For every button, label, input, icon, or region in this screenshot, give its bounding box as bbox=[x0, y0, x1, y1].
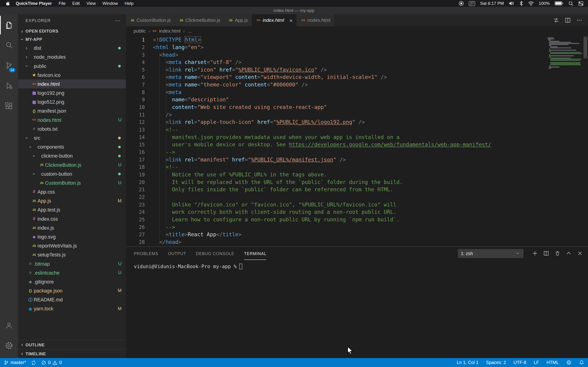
status-sync[interactable] bbox=[31, 360, 36, 365]
split-editor-icon[interactable] bbox=[565, 17, 571, 23]
status-git-branch[interactable]: master* bbox=[4, 360, 26, 365]
close-panel-icon[interactable] bbox=[577, 250, 583, 256]
menu-item-edit[interactable]: Edit bbox=[69, 0, 83, 7]
code-line-25[interactable]: 25 Learn how to configure a non-root pub… bbox=[126, 216, 588, 223]
code-line-28[interactable]: 28 </head> bbox=[126, 238, 588, 246]
folder-clickme-button[interactable]: ›clickme-button bbox=[18, 151, 126, 160]
file-.eslintcache[interactable]: ≡.eslintcacheU bbox=[18, 268, 126, 277]
file-package.json[interactable]: {}package.jsonM bbox=[18, 286, 126, 295]
menu-item-view[interactable]: View bbox=[83, 0, 99, 7]
device-battery-badge[interactable]: 27 bbox=[469, 1, 476, 6]
status-eol[interactable]: LF bbox=[534, 360, 539, 365]
file-logo192.png[interactable]: ▦logo192.png bbox=[18, 88, 126, 97]
status-encoding[interactable]: UTF-8 bbox=[514, 360, 527, 365]
menu-item-help[interactable]: Help bbox=[121, 0, 137, 7]
editor-scrollbar[interactable] bbox=[583, 37, 587, 58]
code-line-19[interactable]: 19 Notice the use of %PUBLIC_URL% in the… bbox=[126, 171, 588, 178]
file-.bitmap[interactable]: ≡.bitmapU bbox=[18, 259, 126, 268]
tab-ClickmeButton.js[interactable]: JSClickmeButton.js bbox=[175, 14, 225, 26]
menu-item-quicktime-player[interactable]: QuickTime Player bbox=[12, 0, 55, 7]
file-logo512.png[interactable]: ▦logo512.png bbox=[18, 97, 126, 106]
code-line-2[interactable]: 2<html lang="en"> bbox=[126, 43, 588, 51]
code-editor[interactable]: 1<!DOCTYPE html>2<html lang="en">3 <head… bbox=[126, 36, 588, 247]
file-App.css[interactable]: #App.css bbox=[18, 187, 126, 196]
panel-tab-problems[interactable]: PROBLEMS bbox=[134, 247, 158, 260]
breadcrumb-folder[interactable]: public bbox=[133, 28, 146, 34]
code-line-26[interactable]: 26 --> bbox=[126, 223, 588, 231]
code-line-11[interactable]: 11 /> bbox=[126, 111, 588, 118]
folder-dist[interactable]: ›dist bbox=[18, 43, 126, 52]
code-line-13[interactable]: 13 <!-- bbox=[126, 126, 588, 133]
panel-tab-terminal[interactable]: TERMINAL bbox=[244, 247, 267, 260]
code-line-14[interactable]: 14 manifest.json provides metadata used … bbox=[126, 133, 588, 141]
maximize-panel-icon[interactable] bbox=[566, 250, 571, 256]
menu-item-window[interactable]: Window bbox=[99, 0, 121, 7]
code-line-6[interactable]: 6 <meta name="viewport" content="width=d… bbox=[126, 73, 588, 81]
menu-item-file[interactable]: File bbox=[55, 0, 69, 7]
new-terminal-icon[interactable] bbox=[532, 250, 538, 256]
compare-changes-icon[interactable] bbox=[553, 17, 559, 23]
tab-App.js[interactable]: JSApp.js bbox=[225, 14, 252, 26]
explorer-more-actions-icon[interactable]: ⋯ bbox=[115, 18, 121, 24]
folder-custom-button[interactable]: ›custom-button bbox=[18, 169, 126, 178]
menubar-clock[interactable]: Sat 6:17 PM bbox=[480, 1, 504, 6]
status-indentation[interactable]: Spaces: 2 bbox=[486, 360, 506, 365]
source-control-icon[interactable]: 14 bbox=[0, 56, 18, 75]
section-open-editors[interactable]: › OPEN EDITORS bbox=[18, 27, 126, 35]
code-line-9[interactable]: 9 name="description" bbox=[126, 96, 588, 103]
file-index.js[interactable]: JSindex.js bbox=[18, 223, 126, 232]
panel-tab-debug-console[interactable]: DEBUG CONSOLE bbox=[196, 247, 234, 260]
file-index.css[interactable]: #index.css bbox=[18, 214, 126, 223]
tab-nodes.html[interactable]: <>nodes.html bbox=[297, 14, 334, 26]
code-line-17[interactable]: 17 <link rel="manifest" href="%PUBLIC_UR… bbox=[126, 156, 588, 163]
code-line-18[interactable]: 18 <!-- bbox=[126, 163, 588, 171]
file-README.md[interactable]: ⓘREADME.md bbox=[18, 295, 126, 304]
file-reportWebVitals.js[interactable]: JSreportWebVitals.js bbox=[18, 241, 126, 250]
code-line-24[interactable]: 24 work correctly both with client-side … bbox=[126, 208, 588, 216]
code-line-20[interactable]: 20 It will be replaced with the URL of t… bbox=[126, 178, 588, 186]
folder-node_modules[interactable]: ›node_modules bbox=[18, 52, 126, 61]
code-line-12[interactable]: 12 <link rel="apple-touch-icon" href="%P… bbox=[126, 118, 588, 126]
code-line-16[interactable]: 16 --> bbox=[126, 148, 588, 156]
section-timeline[interactable]: › TIMELINE bbox=[18, 349, 126, 358]
code-line-1[interactable]: 1<!DOCTYPE html> bbox=[126, 36, 588, 44]
more-actions-icon[interactable] bbox=[576, 17, 582, 23]
minimap[interactable] bbox=[548, 37, 582, 69]
terminal-shell-select[interactable]: 1: zsh › bbox=[458, 249, 523, 258]
code-line-5[interactable]: 5 <link rel="icon" href="%PUBLIC_URL%/fa… bbox=[126, 66, 588, 73]
feedback-smiley-icon[interactable] bbox=[566, 360, 571, 365]
status-language[interactable]: HTML bbox=[546, 360, 559, 365]
code-line-27[interactable]: 27 <title>React App</title> bbox=[126, 231, 588, 238]
wifi-icon[interactable] bbox=[528, 1, 534, 6]
file-App.test.js[interactable]: JSApp.test.js bbox=[18, 205, 126, 214]
file-.gitignore[interactable]: ◆.gitignore bbox=[18, 277, 126, 286]
code-line-21[interactable]: 21 Only files inside the `public` folder… bbox=[126, 186, 588, 193]
spotlight-icon[interactable] bbox=[569, 1, 573, 6]
panel-tab-output[interactable]: OUTPUT bbox=[168, 247, 186, 260]
code-line-3[interactable]: 3 <head> bbox=[126, 51, 588, 58]
run-debug-icon[interactable] bbox=[0, 76, 18, 95]
folder-public[interactable]: ›public bbox=[18, 61, 126, 70]
settings-gear-icon[interactable] bbox=[0, 336, 18, 355]
file-robots.txt[interactable]: ≡robots.txt bbox=[18, 124, 126, 133]
bluetooth-icon[interactable] bbox=[519, 1, 523, 6]
folder-src[interactable]: ›src bbox=[18, 133, 126, 142]
extensions-icon[interactable] bbox=[0, 97, 18, 115]
tab-CustomButton.js[interactable]: JSCustomButton.js bbox=[126, 14, 175, 26]
tab-index.html[interactable]: <>index.html× bbox=[252, 14, 297, 26]
section-outline[interactable]: › OUTLINE bbox=[18, 340, 126, 349]
kill-terminal-trash-icon[interactable] bbox=[555, 250, 560, 256]
control-center-icon[interactable] bbox=[578, 1, 584, 6]
file-App.js[interactable]: JSApp.jsM bbox=[18, 196, 126, 205]
file-favicon.ico[interactable]: ★favicon.ico bbox=[18, 70, 126, 79]
volume-icon[interactable] bbox=[509, 1, 514, 6]
code-line-8[interactable]: 8 <meta bbox=[126, 88, 588, 96]
apple-menu-icon[interactable] bbox=[5, 1, 10, 6]
code-line-15[interactable]: 15 user's mobile device or desktop. See … bbox=[126, 141, 588, 148]
folder-components[interactable]: ›components bbox=[18, 142, 126, 151]
explorer-icon[interactable] bbox=[0, 16, 18, 35]
file-logo.svg[interactable]: ◆logo.svg bbox=[18, 232, 126, 241]
status-problems[interactable]: 0 0 bbox=[41, 360, 62, 365]
file-setupTests.js[interactable]: JSsetupTests.js bbox=[18, 250, 126, 259]
status-cursor-position[interactable]: Ln 1, Col 1 bbox=[457, 360, 478, 365]
